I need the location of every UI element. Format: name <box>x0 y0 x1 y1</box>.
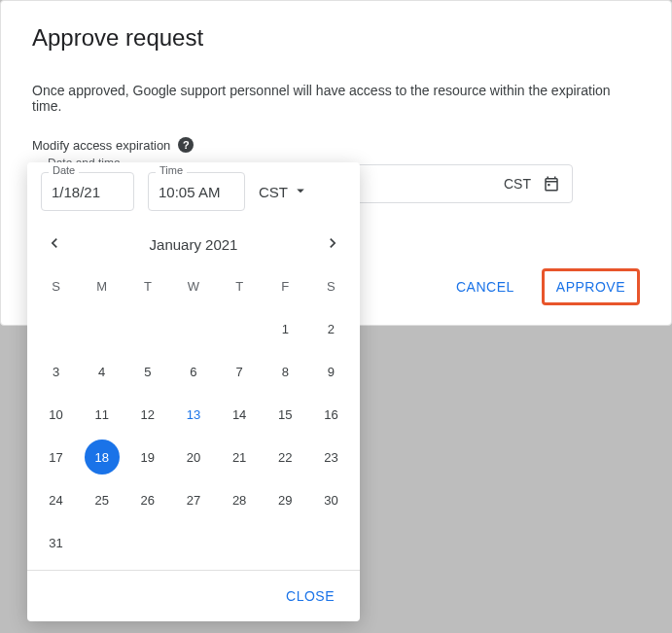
time-input[interactable] <box>148 172 245 211</box>
calendar-day <box>170 525 216 560</box>
day-of-week-header: W <box>170 273 216 303</box>
calendar-day[interactable]: 12 <box>124 397 170 432</box>
calendar-day <box>79 525 124 560</box>
calendar-day[interactable]: 3 <box>33 354 79 389</box>
calendar-day[interactable]: 21 <box>217 440 263 475</box>
calendar-day[interactable]: 25 <box>79 482 124 517</box>
calendar-day <box>124 525 170 560</box>
time-field: Time <box>148 172 245 211</box>
calendar-grid: SMTWTFS123456789101112131415161718192021… <box>27 265 360 570</box>
calendar-day[interactable]: 9 <box>308 354 354 389</box>
calendar-day[interactable]: 2 <box>308 311 354 346</box>
calendar-day[interactable]: 7 <box>217 354 263 389</box>
calendar-day[interactable]: 23 <box>308 440 354 475</box>
calendar-day <box>124 311 170 346</box>
prev-month-button[interactable] <box>37 227 72 262</box>
chevron-down-icon <box>292 182 309 202</box>
approve-button[interactable]: APPROVE <box>545 271 637 302</box>
chevron-right-icon <box>323 233 342 256</box>
calendar-day[interactable]: 28 <box>217 482 263 517</box>
calendar-day[interactable]: 19 <box>124 440 170 475</box>
picker-month-nav: January 2021 <box>27 211 360 265</box>
day-of-week-header: S <box>308 273 354 303</box>
help-icon[interactable]: ? <box>178 137 194 153</box>
dialog-title: Approve request <box>32 24 640 52</box>
calendar-day[interactable]: 15 <box>263 397 308 432</box>
dialog-description: Once approved, Google support personnel … <box>32 83 640 114</box>
calendar-day[interactable]: 22 <box>263 440 308 475</box>
calendar-day[interactable]: 26 <box>124 482 170 517</box>
calendar-day[interactable]: 11 <box>79 397 124 432</box>
calendar-day[interactable]: 17 <box>33 440 79 475</box>
calendar-icon[interactable] <box>543 175 560 193</box>
calendar-day[interactable]: 29 <box>263 482 308 517</box>
calendar-day[interactable]: 18 <box>79 440 124 475</box>
calendar-day[interactable]: 14 <box>217 397 263 432</box>
time-field-label: Time <box>156 164 187 176</box>
modify-expiration-label: Modify access expiration <box>32 138 170 153</box>
cancel-button[interactable]: CANCEL <box>444 271 526 302</box>
calendar-day[interactable]: 20 <box>170 440 216 475</box>
next-month-button[interactable] <box>315 227 350 262</box>
picker-inputs-row: Date Time CST <box>27 162 360 211</box>
approve-highlight: APPROVE <box>542 268 640 305</box>
calendar-day[interactable]: 13 <box>170 397 216 432</box>
calendar-day <box>263 525 308 560</box>
calendar-day[interactable]: 6 <box>170 354 216 389</box>
timezone-label: CST <box>504 176 531 192</box>
day-of-week-header: T <box>217 273 263 303</box>
date-field-label: Date <box>49 164 79 176</box>
calendar-day[interactable]: 30 <box>308 482 354 517</box>
chevron-left-icon <box>45 233 64 256</box>
calendar-day[interactable]: 10 <box>33 397 79 432</box>
day-of-week-header: S <box>33 273 79 303</box>
calendar-day[interactable]: 31 <box>33 525 79 560</box>
date-input[interactable] <box>41 172 134 211</box>
calendar-day <box>33 311 79 346</box>
calendar-day <box>79 311 124 346</box>
day-of-week-header: T <box>124 273 170 303</box>
calendar-day[interactable]: 5 <box>124 354 170 389</box>
dialog-actions: CANCEL APPROVE <box>444 268 640 305</box>
calendar-day <box>170 311 216 346</box>
calendar-day[interactable]: 27 <box>170 482 216 517</box>
calendar-day <box>217 311 263 346</box>
day-of-week-header: F <box>263 273 308 303</box>
close-button[interactable]: CLOSE <box>274 580 346 612</box>
picker-footer: CLOSE <box>27 570 360 621</box>
timezone-value: CST <box>259 184 288 200</box>
calendar-day[interactable]: 1 <box>263 311 308 346</box>
modify-expiration-row: Modify access expiration ? <box>32 137 640 153</box>
date-field: Date <box>41 172 134 211</box>
month-label: January 2021 <box>150 236 238 253</box>
calendar-day[interactable]: 4 <box>79 354 124 389</box>
date-picker-popover: Date Time CST January 2021 SMTWTFS123456… <box>27 162 360 621</box>
day-of-week-header: M <box>79 273 124 303</box>
calendar-day <box>308 525 354 560</box>
calendar-day[interactable]: 16 <box>308 397 354 432</box>
calendar-day[interactable]: 8 <box>263 354 308 389</box>
calendar-day[interactable]: 24 <box>33 482 79 517</box>
timezone-select[interactable]: CST <box>259 172 309 211</box>
calendar-day <box>217 525 263 560</box>
